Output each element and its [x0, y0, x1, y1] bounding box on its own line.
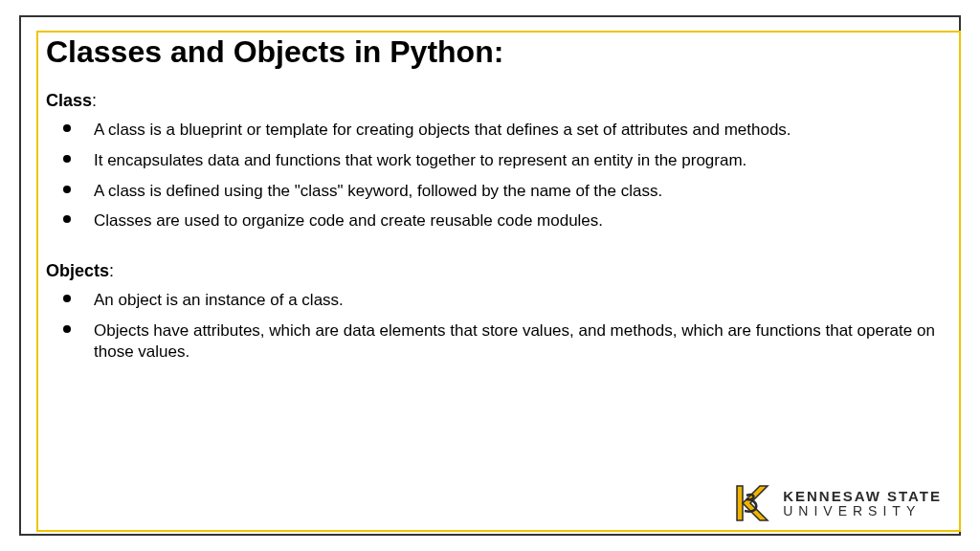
section-2-label-bold: Objects — [46, 261, 109, 280]
list-item: A class is a blueprint or template for c… — [80, 115, 946, 145]
list-item: An object is an instance of a class. — [80, 285, 946, 316]
list-item: Objects have attributes, which are data … — [80, 316, 946, 367]
section-2-list: An object is an instance of a class. Obj… — [80, 285, 946, 366]
section-2-label: Objects: — [46, 261, 946, 281]
list-item: It encapsulates data and functions that … — [80, 145, 946, 176]
section-1-list: A class is a blueprint or template for c… — [80, 115, 946, 236]
logo-line2: UNIVERSITY — [783, 504, 942, 518]
university-logo: KENNESAW STATE UNIVERSITY — [731, 482, 942, 524]
ksu-monogram-icon — [731, 482, 773, 524]
list-item: Classes are used to organize code and cr… — [80, 206, 946, 236]
logo-line1: KENNESAW STATE — [783, 489, 942, 503]
section-1-label: Class: — [46, 91, 946, 111]
section-2-label-suffix: : — [109, 261, 114, 280]
slide-content: Classes and Objects in Python: Class: A … — [46, 34, 946, 391]
list-item: A class is defined using the "class" key… — [80, 176, 946, 207]
logo-text: KENNESAW STATE UNIVERSITY — [783, 489, 942, 518]
slide-title: Classes and Objects in Python: — [46, 34, 946, 70]
section-1-label-bold: Class — [46, 91, 92, 110]
section-1-label-suffix: : — [92, 91, 97, 110]
